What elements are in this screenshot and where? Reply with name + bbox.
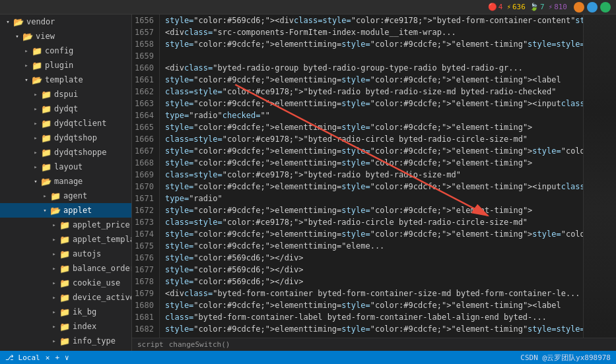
sidebar-item-manage[interactable]: ▾📂manage xyxy=(0,174,131,189)
sidebar-item-dspui[interactable]: ▸📁dspui xyxy=(0,87,131,102)
folder-icon-balance_order: 📁 xyxy=(59,264,70,274)
folder-icon-device_active: 📁 xyxy=(59,293,70,303)
badge-error: 🔴 4 xyxy=(488,3,503,11)
folder-icon-plugin: 📁 xyxy=(32,61,42,71)
sidebar-item-ik_bg[interactable]: ▸📁ik_bg xyxy=(0,305,131,319)
code-line-1672: style="color:#9cdcfe;">elementtiming=sty… xyxy=(165,204,583,216)
tree-arrow-autojs: ▸ xyxy=(49,249,59,259)
sidebar-item-applet_price[interactable]: ▸📁applet_price xyxy=(0,218,131,232)
sidebar-item-info_type[interactable]: ▸📁info_type xyxy=(0,334,131,348)
sidebar-item-index[interactable]: ▸📁index xyxy=(0,319,131,334)
chevron-down-icon[interactable]: ∨ xyxy=(65,353,69,362)
folder-icon-dydqtshop: 📁 xyxy=(41,133,51,143)
code-line-1673: class=style="color:#ce9178;">"byted-radi… xyxy=(165,216,583,228)
sidebar-label-applet_template: applet_template xyxy=(73,235,132,244)
sidebar-item-dydqtshoppe[interactable]: ▸📁dydqtshoppe xyxy=(0,145,131,160)
tree-arrow-config: ▸ xyxy=(21,46,32,56)
code-line-1678: style="color:#569cd6;"></div> xyxy=(165,276,583,288)
sidebar-item-dydqt[interactable]: ▸📁dydqt xyxy=(0,102,131,116)
sidebar-item-view[interactable]: ▾📂view xyxy=(0,29,131,44)
tree-arrow-agent: ▸ xyxy=(40,191,50,201)
sidebar-item-applet_template[interactable]: ▸📁applet_template xyxy=(0,232,131,247)
folder-icon-layout: 📁 xyxy=(41,162,51,172)
tree-arrow-info_type: ▸ xyxy=(49,336,59,346)
sidebar-label-dydqtshop: dydqtshop xyxy=(54,133,97,142)
tree-arrow-applet_template: ▸ xyxy=(49,234,59,245)
folder-icon-agent: 📁 xyxy=(50,191,61,201)
code-line-1669: class=style="color:#ce9178;">"byted-radi… xyxy=(165,169,583,181)
sidebar-item-plugin[interactable]: ▸📁plugin xyxy=(0,58,131,73)
sidebar-label-device_active: device_active xyxy=(73,293,132,302)
sidebar-item-autojs[interactable]: ▸📁autojs xyxy=(0,247,131,261)
local-branch[interactable]: ⎇ Local xyxy=(5,353,40,362)
tree-arrow-dydqtshop: ▸ xyxy=(30,133,41,143)
sidebar-label-plugin: plugin xyxy=(45,61,73,70)
code-line-1659 xyxy=(165,50,583,62)
code-line-1661: style="color:#9cdcfe;">elementtiming=sty… xyxy=(165,74,583,86)
sidebar-item-config[interactable]: ▸📁config xyxy=(0,44,131,58)
folder-icon-info_type: 📁 xyxy=(59,336,70,346)
sidebar-label-manage: manage xyxy=(54,177,83,186)
add-icon[interactable]: + xyxy=(55,353,59,362)
code-line-1671: type="radio" xyxy=(165,193,583,204)
sidebar-item-balance_order[interactable]: ▸📁balance_order xyxy=(0,261,131,276)
folder-icon-cookie_use: 📁 xyxy=(59,278,70,288)
code-line-1679: <div class="byted-form-container byted-f… xyxy=(165,288,583,299)
sidebar-item-dydqtclient[interactable]: ▸📁dydqtclient xyxy=(0,116,131,131)
line-numbers: 1656165716581659166016611662166316641665… xyxy=(132,15,160,338)
code-line-1662: class=style="color:#ce9178;">"byted-radi… xyxy=(165,86,583,98)
tree-arrow-manage: ▾ xyxy=(30,176,41,187)
folder-icon-vendor: 📂 xyxy=(13,17,24,27)
tree-arrow-dydqtshoppe: ▸ xyxy=(30,147,41,158)
sidebar-item-cookie_use[interactable]: ▸📁cookie_use xyxy=(0,276,131,290)
tree-arrow-cookie_use: ▸ xyxy=(49,278,59,288)
tree-arrow-layout: ▸ xyxy=(30,162,41,172)
folder-icon-applet_template: 📁 xyxy=(59,235,70,245)
code-line-1667: style="color:#9cdcfe;">elementtiming=sty… xyxy=(165,145,583,157)
code-line-1683 xyxy=(165,335,583,338)
code-line-1676: style="color:#569cd6;"></div> xyxy=(165,252,583,264)
sidebar-label-config: config xyxy=(45,46,73,55)
folder-icon-ik_bg: 📁 xyxy=(59,307,70,317)
code-line-1660: <div class="byted-radio-group byted-radi… xyxy=(165,62,583,74)
sidebar-item-device_active[interactable]: ▸📁device_active xyxy=(0,290,131,305)
code-line-1665: style="color:#9cdcfe;">elementtiming=sty… xyxy=(165,121,583,133)
folder-icon-applet_price: 📁 xyxy=(59,220,70,230)
code-line-1674: style="color:#9cdcfe;">elementtiming=sty… xyxy=(165,228,583,240)
close-icon[interactable]: ✕ xyxy=(46,353,50,362)
func-bar-func: changeSwitch() xyxy=(169,340,230,349)
folder-icon-manage: 📂 xyxy=(41,177,51,187)
sidebar-label-cookie_use: cookie_use xyxy=(73,278,120,288)
tree-arrow-device_active: ▸ xyxy=(49,292,59,303)
tree-arrow-dspui: ▸ xyxy=(30,89,41,100)
browser-icons xyxy=(574,2,611,13)
sidebar-item-dydqtshop[interactable]: ▸📁dydqtshop xyxy=(0,131,131,145)
tree-arrow-index: ▸ xyxy=(49,321,59,332)
sidebar-item-agent[interactable]: ▸📁agent xyxy=(0,189,131,203)
folder-icon-dspui: 📁 xyxy=(41,90,51,100)
sidebar-item-vendor[interactable]: ▾📂vendor xyxy=(0,15,131,29)
folder-icon-applet: 📂 xyxy=(50,206,61,216)
code-line-1658: style="color:#9cdcfe;">elementtiming=sty… xyxy=(165,38,583,50)
sidebar: ▾📂vendor▾📂view▸📁config▸📁plugin▾📂template… xyxy=(0,15,132,351)
sidebar-label-applet: applet xyxy=(63,206,92,215)
sidebar-label-balance_order: balance_order xyxy=(73,264,132,273)
sidebar-label-index: index xyxy=(73,322,96,331)
func-bar-script-label: script xyxy=(137,340,164,349)
code-lines: style="color:#569cd6;"><div class=style=… xyxy=(160,15,583,338)
code-line-1668: style="color:#9cdcfe;">elementtiming=sty… xyxy=(165,157,583,169)
sidebar-label-dydqtclient: dydqtclient xyxy=(54,119,106,128)
sidebar-label-dydqt: dydqt xyxy=(54,104,78,113)
tree-arrow-applet: ▾ xyxy=(40,205,50,216)
code-line-1666: class=style="color:#ce9178;">"byted-radi… xyxy=(165,133,583,145)
badge-info1: 🍃 7 xyxy=(530,3,545,11)
folder-icon-autojs: 📁 xyxy=(59,249,70,259)
tree-arrow-template: ▾ xyxy=(21,75,32,85)
sidebar-item-layout[interactable]: ▸📁layout xyxy=(0,160,131,174)
sidebar-label-applet_price: applet_price xyxy=(73,220,130,229)
sidebar-item-applet[interactable]: ▾📂applet xyxy=(0,203,131,218)
tree-arrow-plugin: ▸ xyxy=(21,60,32,71)
folder-icon-config: 📁 xyxy=(32,46,42,56)
tree-arrow-vendor: ▾ xyxy=(3,16,13,27)
sidebar-item-template[interactable]: ▾📂template xyxy=(0,73,131,87)
